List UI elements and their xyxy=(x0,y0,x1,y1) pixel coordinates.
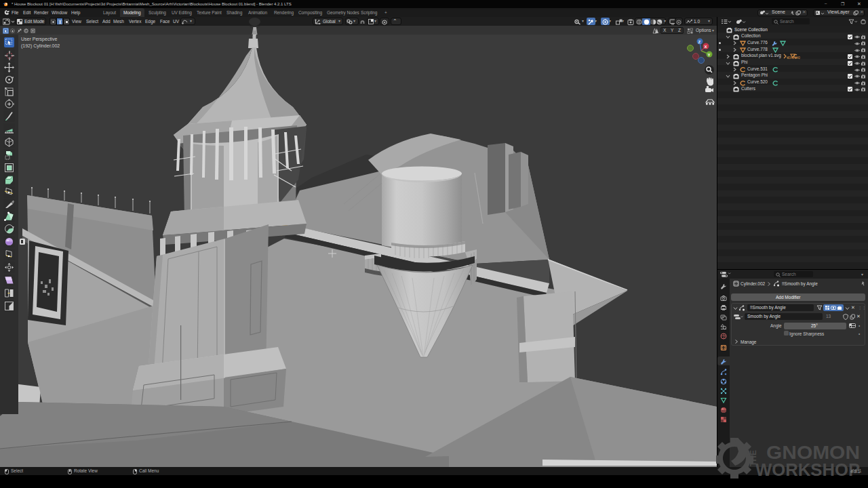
svg-text:X: X xyxy=(705,45,707,49)
svg-text:WORKSHOP: WORKSHOP xyxy=(755,460,860,479)
svg-text:Z: Z xyxy=(698,40,701,44)
svg-text:Y: Y xyxy=(708,53,711,57)
svg-text:User Perspective: User Perspective xyxy=(21,37,57,42)
svg-text:(192) Cylinder.002: (192) Cylinder.002 xyxy=(21,43,60,49)
svg-text:4.2.1: 4.2.1 xyxy=(850,469,861,474)
